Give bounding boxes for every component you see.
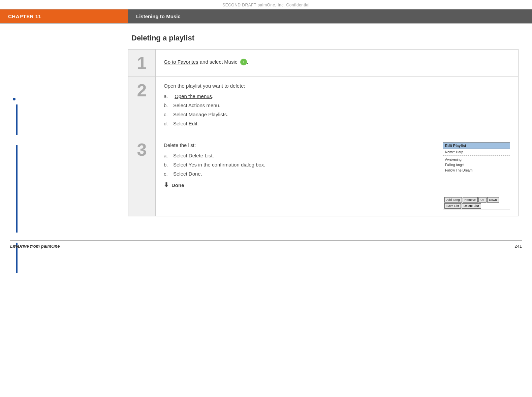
ep-spacer <box>443 186 510 196</box>
ep-song-2: Falling Angel <box>445 162 508 168</box>
step-3-intro: Delete the list: <box>164 142 433 148</box>
ep-song-1: Awakening <box>445 157 508 162</box>
step-3-item-b: b. Select Yes in the confirmation dialog… <box>164 162 433 167</box>
step-2-item-b: b. Select Actions menu. <box>164 102 510 108</box>
main-content: Deleting a playlist 1 Go to Favorites an… <box>0 24 532 226</box>
chapter-title: Listening to Music <box>128 9 532 23</box>
step-2-label-d: d. <box>164 121 173 126</box>
step-3-number: 3 <box>128 136 155 216</box>
step-2: 2 Open the playlist you want to delete: … <box>128 77 518 136</box>
step-3-label-c: c. <box>164 171 173 177</box>
edit-playlist-mockup: Edit Playlist Name: Harp Awakening Falli… <box>443 142 510 210</box>
content-area: Deleting a playlist 1 Go to Favorites an… <box>128 24 532 226</box>
step-3: 3 Delete the list: a. Select Delete List… <box>128 136 518 216</box>
music-icon <box>240 59 247 65</box>
ep-title: Edit Playlist <box>445 144 466 148</box>
watermark-text: SECOND DRAFT palmOne, Inc. Confidential <box>222 3 310 7</box>
down-button[interactable]: Down <box>487 197 499 203</box>
chapter-label: CHAPTER 11 <box>0 9 128 23</box>
step-1-number: 1 <box>128 50 155 77</box>
step-3-list: a. Select Delete List. b. Select Yes in … <box>164 153 433 177</box>
footer-brand: LifeDrive from palmOne <box>10 244 60 249</box>
delete-list-button[interactable]: Delete List <box>462 203 481 209</box>
footer: LifeDrive from palmOne 241 <box>0 240 532 252</box>
footer-page: 241 <box>514 244 522 249</box>
done-row: ⬇ Done <box>164 181 433 189</box>
done-label: Done <box>171 182 184 188</box>
step-2-label-c: c. <box>164 112 173 117</box>
go-to-favorites-link[interactable]: Go to Favorites <box>164 59 198 65</box>
step-3-item-a: a. Select Delete List. <box>164 153 433 158</box>
step-3-text-a: Select Delete List. <box>173 153 214 158</box>
step-2-text-c: Select Manage Playlists. <box>173 112 228 117</box>
done-arrow-icon: ⬇ <box>164 181 169 189</box>
ep-song-3: Follow The Dream <box>445 168 508 173</box>
section-title: Deleting a playlist <box>128 34 519 42</box>
open-menus-link[interactable]: Open the menus <box>175 93 212 99</box>
add-song-button[interactable]: Add Song <box>444 197 462 203</box>
steps-container: 1 Go to Favorites and select Music . 2 O… <box>128 49 519 216</box>
step-2-label-b: b. <box>164 102 173 108</box>
step-2-item-c: c. Select Manage Playlists. <box>164 112 510 117</box>
save-list-button[interactable]: Save List <box>444 203 461 209</box>
ep-buttons-row2: Save List Delete List <box>443 203 510 210</box>
ep-name: Name: Harp <box>445 150 463 154</box>
step-3-item-c: c. Select Done. <box>164 171 433 177</box>
watermark: SECOND DRAFT palmOne, Inc. Confidential <box>0 0 532 9</box>
step-2-number: 2 <box>128 77 155 136</box>
header-bar: CHAPTER 11 Listening to Music <box>0 9 532 24</box>
step-2-item-a: a. Open the menus. <box>164 93 510 99</box>
ep-songs-list: Awakening Falling Angel Follow The Dream <box>443 156 510 186</box>
step-2-intro: Open the playlist you want to delete: <box>164 83 510 89</box>
step-1-text: Go to Favorites and select Music . <box>164 56 510 66</box>
step-3-body: Delete the list: a. Select Delete List. … <box>164 142 510 210</box>
step-3-text-col: Delete the list: a. Select Delete List. … <box>164 142 433 210</box>
blue-bar-1 <box>16 104 18 135</box>
step-1-suffix: and select Music <box>200 59 239 65</box>
step-3-text-b: Select Yes in the confirmation dialog bo… <box>173 162 265 167</box>
step-2-text-a: Open the menus. <box>173 93 213 99</box>
step-3-label-a: a. <box>164 153 173 158</box>
step-3-content: Delete the list: a. Select Delete List. … <box>155 136 518 216</box>
step-3-label-b: b. <box>164 162 173 167</box>
step-2-label-a: a. <box>164 93 173 99</box>
ep-name-row: Name: Harp <box>443 149 510 156</box>
step-2-list: a. Open the menus. b. Select Actions men… <box>164 93 510 126</box>
step-3-text-c: Select Done. <box>173 171 202 177</box>
ep-title-bar: Edit Playlist <box>443 143 510 149</box>
step-2-text-d: Select Edit. <box>173 121 199 126</box>
bullet-dot <box>13 98 15 100</box>
step-1-content: Go to Favorites and select Music . <box>155 50 518 77</box>
ep-buttons-row1: Add Song Remove Up Down <box>443 196 510 203</box>
up-button[interactable]: Up <box>478 197 487 203</box>
left-sidebar <box>0 24 128 226</box>
blue-bar-2 <box>16 145 18 233</box>
remove-button[interactable]: Remove <box>463 197 478 203</box>
step-1: 1 Go to Favorites and select Music . <box>128 50 518 77</box>
step-2-text-b: Select Actions menu. <box>173 102 220 108</box>
step-2-content: Open the playlist you want to delete: a.… <box>155 77 518 136</box>
step-2-item-d: d. Select Edit. <box>164 121 510 126</box>
